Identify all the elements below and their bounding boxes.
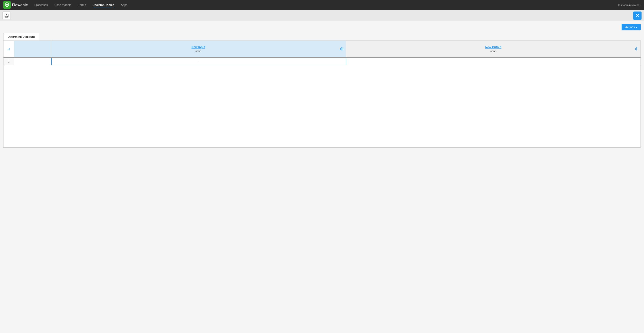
dt-output-subtitle: none [490, 49, 496, 53]
chevron-down-icon: ▾ [640, 4, 641, 6]
table-title-tab: Determine Discount [3, 33, 39, 40]
dt-row-input-value: - [198, 60, 199, 63]
user-name: Test Administrator [618, 3, 639, 6]
main-content: Determine Discount U New Input none ⊕ Ne… [0, 33, 644, 333]
dt-input-spacer [14, 41, 51, 57]
dt-new-input-link[interactable]: New Input [192, 45, 205, 49]
nav-decision-tables[interactable]: Decision Tables [92, 2, 114, 7]
dt-output-section: New Output none ⊕ [346, 41, 641, 57]
flowable-logo [3, 1, 11, 9]
nav-processes[interactable]: Processes [34, 2, 48, 7]
actions-button[interactable]: Actions ▾ [622, 24, 641, 30]
close-button[interactable]: ✕ [633, 11, 642, 20]
dt-add-input-button[interactable]: ⊕ [340, 47, 344, 51]
dt-row-input-cell[interactable]: - [51, 58, 346, 65]
brand-name: Flowable [12, 3, 28, 7]
decision-table: U New Input none ⊕ New Output none ⊕ 1 [3, 40, 641, 148]
dt-input-section: New Input none ⊕ [51, 41, 346, 57]
dt-row-empty-cell [14, 58, 51, 65]
nav-links: Processes Case models Forms Decision Tab… [34, 2, 618, 7]
brand: Flowable [3, 1, 28, 9]
dt-u-link[interactable]: U [8, 47, 10, 50]
save-button[interactable] [2, 11, 11, 20]
dt-new-output-link[interactable]: New Output [485, 45, 502, 49]
save-icon [4, 13, 9, 18]
nav-forms[interactable]: Forms [78, 2, 86, 7]
toolbar-left [2, 11, 11, 20]
dt-u-cell: U [4, 41, 14, 57]
table-row: 1 - [4, 57, 640, 65]
dt-empty-rows [4, 65, 640, 147]
toolbar: ✕ [0, 10, 644, 21]
nav-user[interactable]: Test Administrator ▾ [618, 3, 641, 6]
dt-row-number: 1 [4, 58, 14, 65]
dt-input-subtitle: none [196, 49, 202, 53]
nav-case-models[interactable]: Case models [54, 2, 71, 7]
toolbar-right: ✕ [633, 11, 642, 20]
dt-row-output-cell[interactable] [346, 58, 640, 65]
table-title: Determine Discount [8, 35, 35, 38]
nav-apps[interactable]: Apps [121, 2, 127, 7]
svg-rect-3 [6, 14, 7, 15]
actions-row: Actions ▾ [0, 21, 644, 33]
dt-header-row: U New Input none ⊕ New Output none ⊕ [4, 41, 640, 57]
actions-label: Actions [625, 25, 635, 29]
svg-point-1 [6, 4, 8, 5]
navbar: Flowable Processes Case models Forms Dec… [0, 0, 644, 10]
dt-add-output-button[interactable]: ⊕ [635, 47, 638, 51]
actions-caret-icon: ▾ [636, 26, 637, 28]
close-icon: ✕ [636, 13, 639, 18]
